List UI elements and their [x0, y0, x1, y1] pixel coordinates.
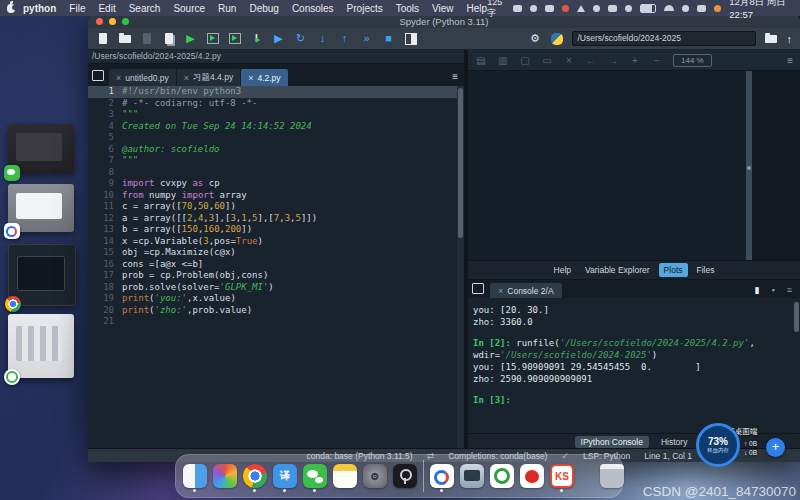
plots-options-icon[interactable]: ≡ [787, 55, 793, 66]
continue-icon[interactable]: » [360, 32, 373, 45]
menu-consoles[interactable]: Consoles [292, 3, 334, 14]
copy-plot-icon[interactable]: ▢ [519, 55, 531, 66]
tab-ipython-console[interactable]: IPython Console [575, 436, 649, 448]
maximize-pane-icon[interactable] [404, 32, 417, 45]
run-cell-advance-icon[interactable] [228, 32, 241, 45]
debug-icon[interactable]: ▶ [272, 32, 285, 45]
window-thumbnail-1[interactable] [8, 124, 74, 174]
menu-edit[interactable]: Edit [98, 3, 115, 14]
menu-help[interactable]: Help [467, 3, 488, 14]
dock-item-keychain[interactable] [393, 464, 417, 488]
record-icon[interactable] [562, 5, 569, 12]
zoom-out-icon[interactable]: − [651, 55, 663, 66]
tab-files[interactable]: Files [692, 263, 720, 277]
working-directory-input[interactable]: /Users/scofieldo/2024-2025 [572, 31, 756, 46]
dock-item-settings[interactable]: ⚙ [363, 464, 387, 488]
dock-item-greenring[interactable] [490, 464, 514, 488]
dock-item-preview[interactable] [460, 464, 484, 488]
tab-plots[interactable]: Plots [659, 263, 688, 277]
menu-tools[interactable]: Tools [396, 3, 419, 14]
dock-item-ks[interactable]: KS [550, 464, 574, 488]
step-over-icon[interactable]: ↻ [294, 32, 307, 45]
bluetooth-icon[interactable] [625, 5, 632, 12]
dock-item-trash[interactable] [600, 464, 624, 488]
run-selection-icon[interactable]: I [250, 32, 263, 45]
console-output[interactable]: you: [20. 30.]zho: 3360.0In [2]: runfile… [473, 304, 790, 433]
editor-tab-习题4.4.py[interactable]: ×习题4.4.py [177, 69, 240, 86]
menu-clock[interactable]: 12月8日 周日 22:57 [729, 0, 792, 20]
browse-directory-icon[interactable] [765, 35, 777, 43]
editor-tab-untitled0.py[interactable]: ×untitled0.py [109, 69, 176, 86]
menu-projects[interactable]: Projects [347, 3, 383, 14]
dock-item-finder[interactable] [183, 464, 207, 488]
close-tab-icon[interactable]: × [248, 73, 253, 83]
menu-python[interactable]: python [23, 3, 56, 14]
dock-item-redapple[interactable] [520, 464, 544, 488]
window-thumbnail-3[interactable] [8, 244, 76, 306]
control-center-icon[interactable] [697, 5, 706, 12]
plots-zoom-level[interactable]: 144 % [673, 54, 712, 67]
dock-item-wechat[interactable] [303, 464, 327, 488]
menu-search[interactable]: Search [129, 3, 161, 14]
add-button[interactable]: + [766, 438, 785, 457]
interrupt-kernel-icon[interactable]: ▮ [755, 285, 760, 295]
run-cell-icon[interactable] [206, 32, 219, 45]
microphone-icon[interactable] [530, 5, 537, 12]
run-icon[interactable]: ▶ [184, 32, 197, 45]
python-env-icon[interactable] [551, 33, 563, 45]
save-plot-icon[interactable]: ▤ [475, 55, 487, 66]
code-editor[interactable]: 1#!/usr/bin/env python32# -*- codiarng: … [88, 86, 457, 448]
tab-history[interactable]: History [655, 436, 693, 448]
tab-help[interactable]: Help [549, 263, 576, 277]
tint-icon[interactable] [714, 5, 721, 12]
save-all-plots-icon[interactable]: ▥ [497, 55, 509, 66]
open-file-icon[interactable] [118, 32, 131, 45]
menu-source[interactable]: Source [173, 3, 205, 14]
step-out-icon[interactable]: ↑ [338, 32, 351, 45]
shapes-icon[interactable] [577, 5, 585, 12]
browse-tabs-icon[interactable] [92, 70, 104, 81]
window-thumbnail-2[interactable] [8, 184, 74, 232]
save-icon[interactable] [140, 32, 153, 45]
step-into-icon[interactable]: ↓ [316, 32, 329, 45]
close-tab-icon[interactable]: × [184, 73, 189, 83]
wifi-icon[interactable] [664, 5, 674, 11]
browse-consoles-icon[interactable] [472, 283, 484, 294]
dock-item-launchpad[interactable] [213, 464, 237, 488]
menu-file[interactable]: File [69, 3, 85, 14]
search-icon[interactable] [682, 5, 689, 12]
screen-mirroring-icon[interactable] [513, 5, 522, 12]
menu-debug[interactable]: Debug [249, 3, 278, 14]
remove-all-plots-icon[interactable]: × [563, 55, 575, 66]
parent-directory-icon[interactable]: ↑ [787, 33, 793, 45]
console-tab[interactable]: × Console 2/A [490, 283, 562, 298]
next-plot-icon[interactable]: → [607, 55, 619, 66]
dock-item-chrome[interactable] [243, 464, 267, 488]
dock-item-cloudapp[interactable] [430, 464, 454, 488]
editor-scrollbar[interactable] [457, 86, 464, 448]
save-all-icon[interactable] [162, 32, 175, 45]
stop-icon[interactable]: ■ [382, 32, 395, 45]
zoom-in-icon[interactable]: + [629, 55, 641, 66]
menu-view[interactable]: View [432, 3, 454, 14]
console-inspect-icon[interactable]: ▪ [772, 285, 775, 295]
keyboard-icon[interactable] [545, 5, 554, 12]
tab-variable-explorer[interactable]: Variable Explorer [580, 263, 655, 277]
close-console-icon[interactable]: × [498, 286, 503, 296]
dock-item-notes[interactable] [333, 464, 357, 488]
dock-item-translate[interactable]: 译 [273, 464, 297, 488]
previous-plot-icon[interactable]: ← [585, 55, 597, 66]
editor-tab-4.2.py[interactable]: ×4.2.py [241, 69, 287, 86]
window-thumbnail-4[interactable] [8, 314, 74, 378]
battery-icon[interactable] [640, 4, 656, 13]
columns-icon[interactable] [608, 5, 617, 12]
cloud-icon[interactable] [593, 5, 600, 12]
apple-menu-icon[interactable] [7, 4, 15, 13]
input-method-indicator[interactable]: 125字 [487, 0, 505, 20]
console-options-icon[interactable]: ≡ [787, 285, 792, 295]
console-scrollbar[interactable] [794, 302, 799, 332]
close-tab-icon[interactable]: × [116, 73, 121, 83]
remove-plot-icon[interactable]: ▭ [541, 55, 553, 66]
menu-run[interactable]: Run [218, 3, 236, 14]
preferences-icon[interactable]: ⚙ [529, 32, 542, 45]
